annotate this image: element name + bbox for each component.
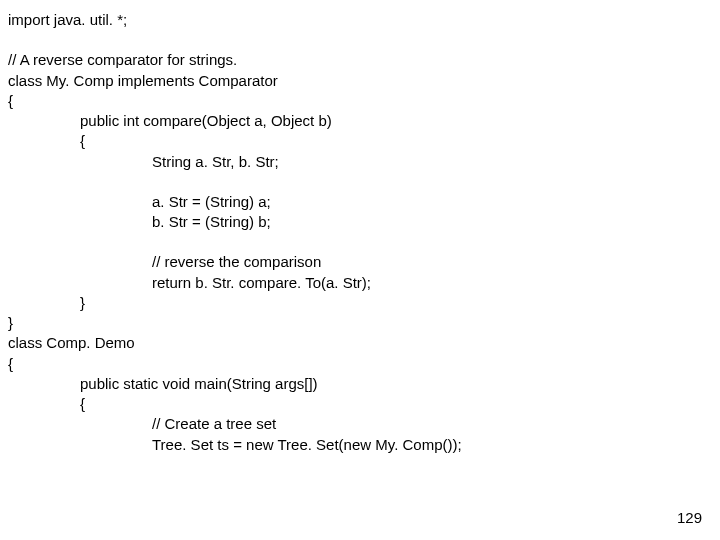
blank-line	[8, 172, 712, 192]
code-line: import java. util. *;	[8, 10, 712, 30]
code-line: // A reverse comparator for strings.	[8, 50, 712, 70]
code-line: a. Str = (String) a;	[8, 192, 712, 212]
page-number: 129	[677, 509, 702, 526]
code-line: class My. Comp implements Comparator	[8, 71, 712, 91]
code-line: }	[8, 313, 712, 333]
code-line: class Comp. Demo	[8, 333, 712, 353]
code-line: // reverse the comparison	[8, 252, 712, 272]
code-line: }	[8, 293, 712, 313]
code-line: String a. Str, b. Str;	[8, 152, 712, 172]
code-line: {	[8, 131, 712, 151]
code-line: // Create a tree set	[8, 414, 712, 434]
code-line: b. Str = (String) b;	[8, 212, 712, 232]
code-line: public static void main(String args[])	[8, 374, 712, 394]
code-line: {	[8, 354, 712, 374]
code-line: {	[8, 394, 712, 414]
code-line: return b. Str. compare. To(a. Str);	[8, 273, 712, 293]
code-line: public int compare(Object a, Object b)	[8, 111, 712, 131]
code-line: {	[8, 91, 712, 111]
blank-line	[8, 232, 712, 252]
code-line: Tree. Set ts = new Tree. Set(new My. Com…	[8, 435, 712, 455]
blank-line	[8, 30, 712, 50]
code-slide: import java. util. *; // A reverse compa…	[0, 0, 720, 455]
